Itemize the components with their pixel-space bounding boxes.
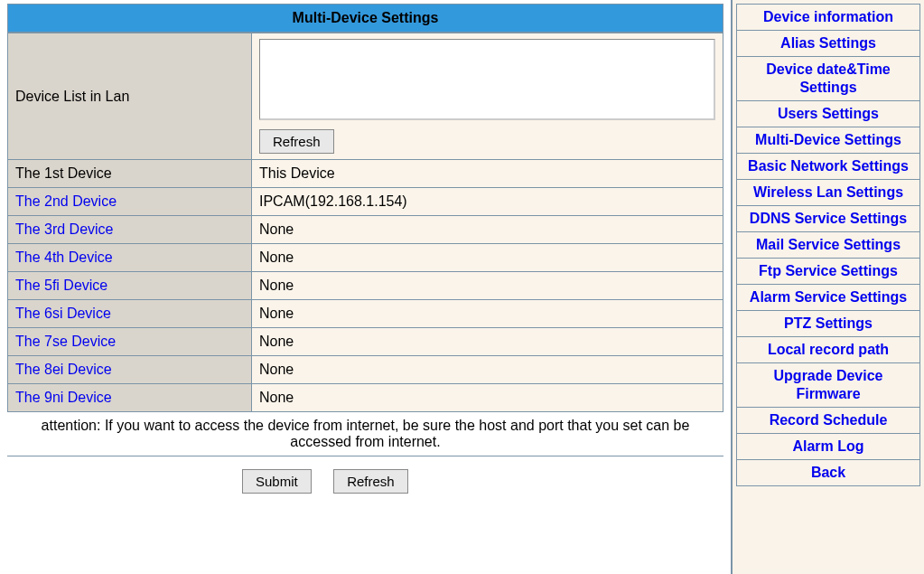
device-value: None xyxy=(252,356,723,384)
sidebar-item[interactable]: Record Schedule xyxy=(737,408,920,434)
refresh-button[interactable]: Refresh xyxy=(333,469,408,494)
device-label[interactable]: The 4th Device xyxy=(8,244,252,272)
device-label[interactable]: The 6si Device xyxy=(8,300,252,328)
sidebar-item[interactable]: Mail Service Settings xyxy=(737,232,920,259)
device-label[interactable]: The 3rd Device xyxy=(8,216,252,244)
table-row: The 6si DeviceNone xyxy=(8,300,723,328)
sidebar-item[interactable]: Alias Settings xyxy=(737,31,920,57)
table-row: The 3rd DeviceNone xyxy=(8,216,723,244)
device-label[interactable]: The 5fi Device xyxy=(8,272,252,300)
device-value: None xyxy=(252,244,723,272)
table-row: The 8ei DeviceNone xyxy=(8,356,723,384)
main-content: Multi-Device Settings Device List in Lan… xyxy=(0,0,731,574)
sidebar-item[interactable]: PTZ Settings xyxy=(737,311,920,337)
device-value: IPCAM(192.168.1.154) xyxy=(252,188,723,216)
sidebar-item[interactable]: Multi-Device Settings xyxy=(737,127,920,154)
table-row: The 9ni DeviceNone xyxy=(8,384,723,412)
device-label[interactable]: The 7se Device xyxy=(8,328,252,356)
sidebar-item[interactable]: Device date&Time Settings xyxy=(737,57,920,101)
device-label: The 1st Device xyxy=(8,160,252,188)
refresh-lan-button[interactable]: Refresh xyxy=(259,129,334,154)
sidebar-item[interactable]: Upgrade Device Firmware xyxy=(737,363,920,408)
table-row: The 7se DeviceNone xyxy=(8,328,723,356)
device-table: Device List in Lan Refresh The 1st Devic… xyxy=(7,33,723,412)
device-value: None xyxy=(252,216,723,244)
attention-text: attention: If you want to access the dev… xyxy=(7,412,723,456)
sidebar-item[interactable]: Local record path xyxy=(737,337,920,363)
submit-button[interactable]: Submit xyxy=(242,469,312,494)
sidebar-item[interactable]: Wireless Lan Settings xyxy=(737,180,920,206)
table-row: The 1st DeviceThis Device xyxy=(8,160,723,188)
device-list-lan-area: Refresh xyxy=(252,33,723,160)
device-value: None xyxy=(252,300,723,328)
sidebar-menu: Device informationAlias SettingsDevice d… xyxy=(736,4,920,486)
device-list-box[interactable] xyxy=(259,39,715,120)
sidebar-item[interactable]: Ftp Service Settings xyxy=(737,259,920,285)
sidebar-item[interactable]: Users Settings xyxy=(737,101,920,127)
sidebar-item[interactable]: Device information xyxy=(737,5,920,31)
table-row: The 4th DeviceNone xyxy=(8,244,723,272)
sidebar-item[interactable]: Alarm Service Settings xyxy=(737,285,920,311)
device-list-lan-label: Device List in Lan xyxy=(8,33,252,160)
sidebar-item[interactable]: Basic Network Settings xyxy=(737,154,920,180)
device-label[interactable]: The 8ei Device xyxy=(8,356,252,384)
device-value: This Device xyxy=(252,160,723,188)
sidebar: Device informationAlias SettingsDevice d… xyxy=(731,0,924,574)
bottom-buttons: Submit Refresh xyxy=(7,456,723,494)
device-value: None xyxy=(252,384,723,412)
device-label[interactable]: The 9ni Device xyxy=(8,384,252,412)
device-value: None xyxy=(252,328,723,356)
table-row: The 2nd DeviceIPCAM(192.168.1.154) xyxy=(8,188,723,216)
table-row: The 5fi DeviceNone xyxy=(8,272,723,300)
page-title: Multi-Device Settings xyxy=(7,4,723,33)
sidebar-item[interactable]: Alarm Log xyxy=(737,434,920,460)
sidebar-item[interactable]: Back xyxy=(737,460,920,486)
sidebar-item[interactable]: DDNS Service Settings xyxy=(737,206,920,232)
device-label[interactable]: The 2nd Device xyxy=(8,188,252,216)
device-value: None xyxy=(252,272,723,300)
